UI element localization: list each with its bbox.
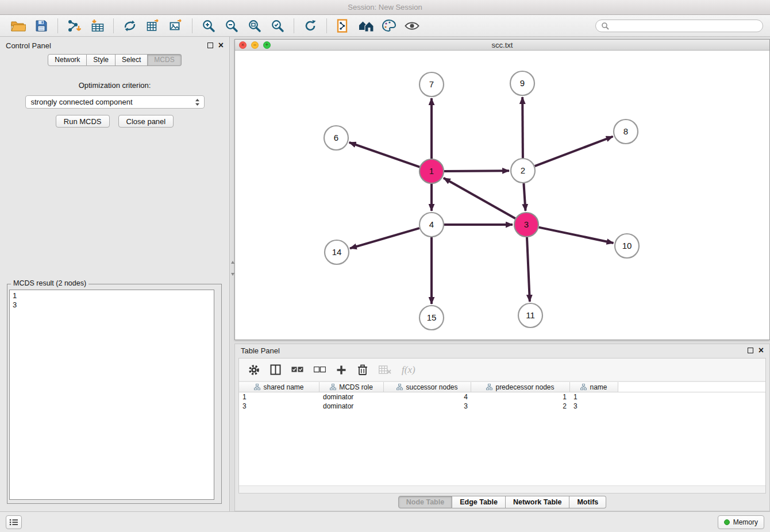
style-button[interactable] (378, 17, 400, 35)
search-field[interactable] (595, 20, 763, 32)
show-hide-button[interactable] (401, 17, 423, 35)
network-canvas[interactable]: 7968124314101511 (235, 51, 769, 340)
criterion-dropdown[interactable]: strongly connected component (25, 95, 205, 109)
export-table-button[interactable] (142, 17, 164, 35)
refresh-button[interactable] (299, 17, 321, 35)
import-network-icon (67, 19, 81, 33)
tab-network[interactable]: Network (48, 54, 87, 66)
column-tree-icon (396, 384, 403, 390)
mcds-result-list[interactable]: 13 (9, 290, 214, 500)
graph-node-label: 3 (524, 219, 529, 229)
graph-edge-4-14[interactable] (350, 228, 419, 248)
table-horizontal-scrollbar[interactable] (239, 485, 765, 493)
close-panel-button[interactable]: × (218, 42, 224, 49)
graph-edge-2-8[interactable] (535, 137, 613, 167)
maximize-window-button[interactable]: + (263, 41, 271, 49)
export-image-button[interactable] (165, 17, 187, 35)
graph-node-10[interactable]: 10 (615, 234, 639, 258)
table-cell: 4 (384, 393, 471, 401)
graph-node-2[interactable]: 2 (511, 159, 535, 183)
tab-motifs[interactable]: Motifs (569, 496, 606, 508)
tab-style[interactable]: Style (87, 54, 116, 66)
home-button[interactable] (355, 17, 377, 35)
graph-node-4[interactable]: 4 (419, 213, 444, 237)
graph-node-9[interactable]: 9 (510, 71, 534, 95)
network-graph[interactable]: 7968124314101511 (235, 51, 769, 340)
task-history-button[interactable] (6, 515, 22, 529)
graph-node-8[interactable]: 8 (614, 119, 638, 144)
network-window-titlebar[interactable]: × − + scc.txt (235, 40, 769, 51)
import-network-button[interactable] (63, 17, 85, 35)
function-builder-button[interactable]: f(x) (402, 364, 415, 376)
column-header-name[interactable]: name (570, 382, 618, 392)
graph-edge-1-6[interactable] (349, 142, 420, 167)
panel-splitter-grip[interactable] (230, 261, 234, 276)
tab-mcds[interactable]: MCDS (148, 54, 181, 66)
zoom-out-button[interactable] (221, 17, 242, 35)
minimize-window-button[interactable]: − (251, 41, 259, 49)
zoom-fit-button[interactable] (244, 17, 265, 35)
home-icon (358, 20, 374, 32)
memory-status-icon (724, 519, 730, 525)
tab-node-table[interactable]: Node Table (398, 496, 452, 508)
table-row[interactable]: 1dominator411 (239, 392, 765, 402)
application-window: Session: New Session (0, 0, 770, 532)
float-panel-button[interactable] (207, 43, 213, 48)
table-panel-title: Table Panel (241, 346, 280, 355)
toolbar-separator (57, 18, 58, 33)
column-header-mcds-role[interactable]: MCDS role (319, 382, 384, 392)
search-input[interactable] (612, 21, 757, 30)
close-window-button[interactable]: × (239, 41, 247, 49)
float-table-panel-button[interactable] (748, 348, 753, 353)
table-cell: 3 (239, 402, 319, 410)
status-bar: Memory (0, 511, 770, 532)
deselect-all-icon (314, 367, 326, 373)
settings-gear-icon (248, 364, 260, 376)
graph-edge-2-3[interactable] (523, 183, 525, 211)
graph-node-11[interactable]: 11 (518, 303, 542, 327)
delete-row-trash-icon (357, 364, 368, 376)
window-title: Session: New Session (348, 3, 422, 11)
table-settings-button[interactable] (248, 364, 260, 376)
graph-node-3[interactable]: 3 (514, 213, 538, 237)
graph-edge-3-11[interactable] (527, 237, 530, 302)
select-all-rows-button[interactable] (291, 367, 303, 373)
tab-edge-table[interactable]: Edge Table (452, 496, 506, 508)
table-cell: 1 (471, 393, 570, 401)
criterion-dropdown-value: strongly connected component (31, 98, 194, 106)
zoom-selected-button[interactable] (267, 17, 288, 35)
import-table-button[interactable] (86, 17, 108, 35)
table-cell: dominator (319, 393, 384, 401)
table-row[interactable]: 3dominator323 (239, 402, 765, 411)
graph-node-7[interactable]: 7 (419, 72, 444, 97)
graph-edge-3-10[interactable] (539, 228, 614, 243)
delete-row-button[interactable] (357, 364, 368, 376)
show-columns-button[interactable] (270, 364, 281, 375)
graph-edge-3-1[interactable] (444, 178, 515, 218)
deselect-all-rows-button[interactable] (314, 367, 326, 373)
graph-node-14[interactable]: 14 (325, 240, 349, 264)
column-header-successor-nodes[interactable]: successor nodes (384, 382, 471, 392)
close-table-panel-button[interactable]: × (759, 347, 764, 354)
tab-select[interactable]: Select (116, 54, 148, 66)
delete-table-button[interactable] (379, 365, 391, 375)
graph-node-15[interactable]: 15 (419, 306, 444, 330)
close-panel-button-2[interactable]: Close panel (118, 115, 174, 128)
memory-button[interactable]: Memory (718, 515, 764, 529)
new-network-button[interactable] (119, 17, 141, 35)
graph-edge-1-2[interactable] (444, 171, 509, 171)
column-header-predecessor-nodes[interactable]: predecessor nodes (471, 382, 570, 392)
show-hide-eye-icon (405, 21, 419, 31)
column-header-shared-name[interactable]: shared name (239, 382, 319, 392)
add-row-button[interactable] (336, 365, 346, 375)
graph-node-6[interactable]: 6 (324, 126, 348, 150)
function-builder-icon: f(x) (402, 364, 415, 376)
open-session-button[interactable] (7, 17, 29, 35)
run-mcds-button[interactable]: Run MCDS (56, 115, 110, 128)
graph-node-1[interactable]: 1 (419, 159, 444, 183)
tab-network-table[interactable]: Network Table (506, 496, 570, 508)
zoom-in-button[interactable] (198, 17, 220, 35)
graph-edge-2-9[interactable] (522, 97, 523, 158)
network-snapshot-button[interactable] (332, 17, 354, 35)
save-session-button[interactable] (30, 17, 52, 35)
